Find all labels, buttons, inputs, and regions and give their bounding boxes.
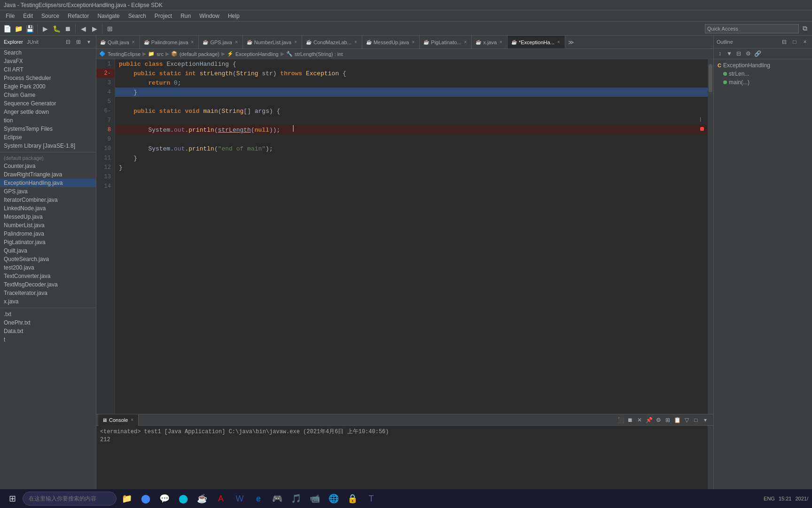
sidebar-item-onephr[interactable]: OnePhr.txt [0,318,96,327]
sidebar-item-linkednode[interactable]: LinkedNode.java [0,204,96,213]
tab-x-close[interactable]: × [499,40,503,45]
console-close-btn[interactable]: ▾ [701,416,710,424]
sidebar-item-drawrighttriangle[interactable]: DrawRightTriangle.java [0,170,96,179]
sidebar-item-quilt[interactable]: Quilt.java [0,246,96,255]
taskbar-chrome-btn[interactable]: ⬤ [137,490,154,507]
menu-help[interactable]: Help [224,12,243,20]
sidebar-item-messedup[interactable]: MessedUp.java [0,213,96,221]
tab-gps-close[interactable]: × [234,40,239,45]
tab-palindrome[interactable]: ☕ Palindrome.java × [140,36,199,49]
console-maximize-btn[interactable]: □ [692,416,700,424]
sidebar-item-eagle-park[interactable]: Eagle Park 2000 [0,82,96,91]
taskbar-video-btn[interactable]: 📹 [306,490,323,507]
sidebar-item-javafx[interactable]: JavaFX [0,57,96,65]
tab-condmaze-close[interactable]: × [353,40,358,45]
console-pin-btn[interactable]: 📋 [673,416,681,424]
taskbar-wechat-btn[interactable]: 💬 [156,490,173,507]
tab-x[interactable]: ☕ x.java × [472,36,508,49]
tab-condmaze[interactable]: ☕ CondMazeLab... × [302,36,362,49]
menu-navigate[interactable]: Navigate [94,12,123,20]
taskbar-music-btn[interactable]: 🎵 [288,490,304,507]
outline-item-main[interactable]: main(...) [716,78,810,87]
menu-project[interactable]: Project [151,12,176,20]
tab-palindrome-close[interactable]: × [190,40,195,45]
breadcrumb-method[interactable]: strLength(String) : int [295,51,343,57]
toolbar-stop-btn[interactable]: ⏹ [62,24,73,34]
toolbar-save-btn[interactable]: 💾 [24,24,35,34]
toolbar-perspective-btn[interactable]: ⊞ [105,24,115,34]
sidebar-item-seq-gen[interactable]: Sequence Generator [0,99,96,108]
taskbar-teams-btn[interactable]: T [363,490,380,507]
menu-window[interactable]: Window [195,12,223,20]
console-tab-close[interactable]: × [130,417,134,422]
sidebar-item-t[interactable]: t [0,335,96,344]
console-tab[interactable]: 🖥 Console × [98,414,139,426]
console-vscroll[interactable] [708,426,713,489]
tab-quilt[interactable]: ☕ Quilt.java × [96,36,140,49]
sidebar-collapse-icon[interactable]: ⊟ [64,38,72,46]
sidebar-item-txt[interactable]: .txt [0,310,96,318]
tab-messedup[interactable]: ☕ MessedUp.java × [362,36,420,49]
console-clear-btn[interactable]: ⬛ [617,416,625,424]
console-new-btn[interactable]: ⊞ [664,416,672,424]
sidebar-item-traceiterator[interactable]: TraceIterator.java [0,289,96,297]
outline-close-icon[interactable]: × [801,38,809,46]
toolbar-run-btn[interactable]: ▶ [40,24,50,34]
tab-overflow-btn[interactable]: ≫ [565,39,577,46]
sidebar-item-system-lib[interactable]: System Library [JavaSE-1.8] [0,142,96,150]
taskbar-app2-btn[interactable]: 🎮 [269,490,286,507]
menu-file[interactable]: File [2,12,18,20]
taskbar-app1-btn[interactable]: ⬤ [175,490,192,507]
sidebar-item-chain-game[interactable]: Chain Game [0,91,96,99]
sidebar-item-default-pkg[interactable]: (default package) [0,154,96,162]
outline-link-btn[interactable]: 🔗 [753,49,762,58]
taskbar-word-btn[interactable]: W [231,490,248,507]
outline-minimize-icon[interactable]: ⊟ [780,38,789,46]
breadcrumb-class[interactable]: ExceptionHandling [235,51,279,57]
tab-numberlist-close[interactable]: × [293,40,298,45]
menu-edit[interactable]: Edit [19,12,37,20]
console-minimize-btn[interactable]: ▽ [682,416,691,424]
toolbar-new-btn[interactable]: 📄 [2,24,12,34]
outline-item-class[interactable]: C ExceptionHandling [716,61,810,70]
sidebar-item-test200[interactable]: test200.java [0,263,96,272]
sidebar-item-numberlist[interactable]: NumberList.java [0,221,96,230]
sidebar-item-process-scheduler[interactable]: Process Scheduler [0,74,96,82]
outline-settings-btn[interactable]: ⚙ [744,49,752,58]
outline-maximize-icon[interactable]: □ [790,38,799,46]
taskbar-app3-btn[interactable]: 🔒 [344,490,361,507]
code-content[interactable]: public class ExceptionHandling { public … [115,59,708,414]
outline-filter-btn[interactable]: ▼ [725,49,734,58]
breadcrumb-project[interactable]: TestingEclipse [108,51,141,57]
console-settings-btn[interactable]: ⚙ [654,416,663,424]
sidebar-item-counter[interactable]: Counter.java [0,162,96,170]
sidebar-new-icon[interactable]: ⊞ [74,38,83,46]
taskbar-start-btn[interactable]: ⊞ [4,490,21,507]
sidebar-item-textconverter[interactable]: TextConverter.java [0,272,96,280]
sidebar-item-cii-art[interactable]: CII ART [0,65,96,74]
breadcrumb-pkg[interactable]: (default package) [180,51,219,57]
taskbar-search-input[interactable] [23,492,117,506]
taskbar-files-btn[interactable]: 📁 [118,490,135,507]
sidebar-item-anger[interactable]: Anger settle down [0,108,96,116]
breadcrumb-src[interactable]: src [156,51,164,57]
tab-gps[interactable]: ☕ GPS.java × [199,36,242,49]
toolbar-debug-btn[interactable]: 🐛 [51,24,62,34]
taskbar-eclipse-btn[interactable]: ☕ [194,490,211,507]
outline-sort-btn[interactable]: ↕ [716,49,724,58]
console-stop-btn[interactable]: ⏹ [626,416,634,424]
tab-messedup-close[interactable]: × [411,40,415,45]
tab-quilt-close[interactable]: × [131,40,136,45]
sidebar-item-data[interactable]: Data.txt [0,327,96,335]
sidebar-item-textmsgdecoder[interactable]: TextMsgDecoder.java [0,280,96,289]
sidebar-tab-junit[interactable]: JUnit [26,39,39,45]
code-editor[interactable]: 1 2- 3 4 5 6- 7 8 9 10 11 12 13 14 [96,59,708,414]
sidebar-item-palindrome[interactable]: Palindrome.java [0,230,96,238]
quick-access-box[interactable]: Quick Access [705,24,799,33]
sidebar-settings-icon[interactable]: ▾ [85,38,93,46]
tab-exceptionhandling-close[interactable]: × [556,40,561,45]
tab-numberlist[interactable]: ☕ NumberList.java × [243,36,302,49]
toolbar-open-btn[interactable]: 📁 [13,24,23,34]
sidebar-item-gps[interactable]: GPS.java [0,187,96,196]
sidebar-item-x[interactable]: x.java [0,297,96,306]
